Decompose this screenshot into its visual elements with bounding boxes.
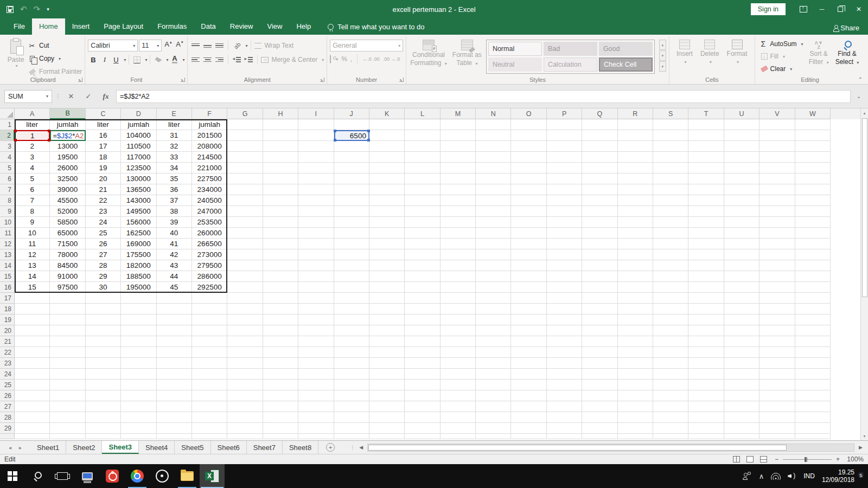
cell-E20[interactable] bbox=[157, 325, 192, 336]
cell-P8[interactable] bbox=[547, 195, 582, 206]
cell-E28[interactable] bbox=[157, 412, 192, 423]
cell-L1[interactable] bbox=[405, 119, 440, 130]
cell-B1[interactable]: jumlah bbox=[50, 119, 85, 130]
cell-O9[interactable] bbox=[511, 206, 546, 217]
cell-C27[interactable] bbox=[86, 401, 121, 412]
cell-V9[interactable] bbox=[760, 206, 795, 217]
cell-S8[interactable] bbox=[653, 195, 688, 206]
cell-G27[interactable] bbox=[227, 401, 263, 412]
cell-T12[interactable] bbox=[688, 239, 724, 249]
column-header-K[interactable]: K bbox=[369, 108, 405, 119]
cell-D9[interactable]: 149500 bbox=[121, 206, 156, 217]
cell-L14[interactable] bbox=[405, 260, 440, 271]
name-box[interactable]: SUM▾ bbox=[4, 90, 52, 103]
scroll-left-icon[interactable]: ◀ bbox=[357, 445, 365, 450]
cell-W14[interactable] bbox=[795, 260, 831, 271]
cell-U6[interactable] bbox=[724, 174, 760, 184]
cell-U12[interactable] bbox=[724, 239, 760, 249]
cell-R3[interactable] bbox=[618, 141, 653, 152]
cell-C26[interactable] bbox=[86, 390, 121, 401]
cell-M10[interactable] bbox=[441, 217, 476, 228]
cell-E15[interactable]: 44 bbox=[157, 271, 192, 282]
cell-F29[interactable] bbox=[192, 423, 227, 434]
cell-J8[interactable] bbox=[334, 195, 369, 206]
cell-L28[interactable] bbox=[405, 412, 440, 423]
cell-E16[interactable]: 45 bbox=[157, 282, 192, 293]
cell-F26[interactable] bbox=[192, 390, 227, 401]
cell-style-neutral[interactable]: Neutral bbox=[488, 57, 542, 72]
cell-B2[interactable]: =$J$2*A2 bbox=[50, 130, 85, 141]
cell-E12[interactable]: 41 bbox=[157, 239, 192, 249]
merge-center-button[interactable]: Merge & Center▾ bbox=[261, 54, 324, 65]
cell-G18[interactable] bbox=[227, 304, 263, 314]
cell-N24[interactable] bbox=[476, 369, 511, 380]
cell-K7[interactable] bbox=[369, 184, 405, 195]
decrease-indent-button[interactable] bbox=[232, 54, 242, 65]
row-header-3[interactable]: 3 bbox=[0, 141, 15, 152]
cell-M13[interactable] bbox=[441, 249, 476, 260]
cell-C14[interactable]: 28 bbox=[86, 260, 121, 271]
cell-C3[interactable]: 17 bbox=[86, 141, 121, 152]
expand-formula-bar-icon[interactable]: ⌄ bbox=[854, 93, 864, 99]
cell-Q16[interactable] bbox=[582, 282, 617, 293]
cell-P24[interactable] bbox=[547, 369, 582, 380]
cell-U9[interactable] bbox=[724, 206, 760, 217]
horizontal-scroll-thumb[interactable] bbox=[368, 445, 787, 451]
cell-B4[interactable]: 19500 bbox=[50, 152, 85, 163]
cell-J27[interactable] bbox=[334, 401, 369, 412]
cell-V18[interactable] bbox=[760, 304, 795, 314]
cell-R9[interactable] bbox=[618, 206, 653, 217]
cell-L22[interactable] bbox=[405, 347, 440, 358]
gallery-more-icon[interactable]: ▾ bbox=[659, 61, 666, 72]
cell-F3[interactable]: 208000 bbox=[192, 141, 227, 152]
cell-B15[interactable]: 91000 bbox=[50, 271, 85, 282]
cell-R8[interactable] bbox=[618, 195, 653, 206]
cell-Q28[interactable] bbox=[582, 412, 617, 423]
cell-P13[interactable] bbox=[547, 249, 582, 260]
cell-C23[interactable] bbox=[86, 358, 121, 369]
font-dialog-launcher[interactable] bbox=[181, 78, 185, 82]
gallery-up-icon[interactable]: ▴ bbox=[659, 40, 666, 50]
cell-C6[interactable]: 20 bbox=[86, 174, 121, 184]
row-header-8[interactable]: 8 bbox=[0, 195, 15, 206]
cell-F17[interactable] bbox=[192, 293, 227, 304]
decrease-decimal-button[interactable]: .00 →.0 bbox=[383, 57, 400, 61]
tab-insert[interactable]: Insert bbox=[65, 18, 97, 35]
cell-K11[interactable] bbox=[369, 228, 405, 239]
cell-F22[interactable] bbox=[192, 347, 227, 358]
cell-M4[interactable] bbox=[441, 152, 476, 163]
cell-I19[interactable] bbox=[298, 314, 334, 325]
cell-P9[interactable] bbox=[547, 206, 582, 217]
column-header-T[interactable]: T bbox=[688, 108, 724, 119]
cell-E4[interactable]: 33 bbox=[157, 152, 192, 163]
tab-formulas[interactable]: Formulas bbox=[150, 18, 194, 35]
delete-cells-button[interactable]: Delete▾ bbox=[699, 40, 720, 66]
cell-I27[interactable] bbox=[298, 401, 334, 412]
cell-F12[interactable]: 266500 bbox=[192, 239, 227, 249]
column-header-H[interactable]: H bbox=[263, 108, 298, 119]
cell-K6[interactable] bbox=[369, 174, 405, 184]
cell-A7[interactable]: 6 bbox=[15, 184, 50, 195]
cell-P17[interactable] bbox=[547, 293, 582, 304]
comma-style-button[interactable]: , bbox=[350, 55, 352, 63]
cell-G22[interactable] bbox=[227, 347, 263, 358]
cell-O18[interactable] bbox=[511, 304, 546, 314]
cell-F7[interactable]: 234000 bbox=[192, 184, 227, 195]
row-header-15[interactable]: 15 bbox=[0, 271, 15, 282]
cell-D16[interactable]: 195000 bbox=[121, 282, 156, 293]
cell-H13[interactable] bbox=[263, 249, 298, 260]
cell-M7[interactable] bbox=[441, 184, 476, 195]
cell-P21[interactable] bbox=[547, 336, 582, 347]
cell-K14[interactable] bbox=[369, 260, 405, 271]
cell-J18[interactable] bbox=[334, 304, 369, 314]
cell-Q22[interactable] bbox=[582, 347, 617, 358]
row-header-18[interactable]: 18 bbox=[0, 304, 15, 314]
cell-S7[interactable] bbox=[653, 184, 688, 195]
cell-M3[interactable] bbox=[441, 141, 476, 152]
cell-E23[interactable] bbox=[157, 358, 192, 369]
cell-Q20[interactable] bbox=[582, 325, 617, 336]
cell-D22[interactable] bbox=[121, 347, 156, 358]
cell-U15[interactable] bbox=[724, 271, 760, 282]
cell-P12[interactable] bbox=[547, 239, 582, 249]
cell-K5[interactable] bbox=[369, 163, 405, 174]
